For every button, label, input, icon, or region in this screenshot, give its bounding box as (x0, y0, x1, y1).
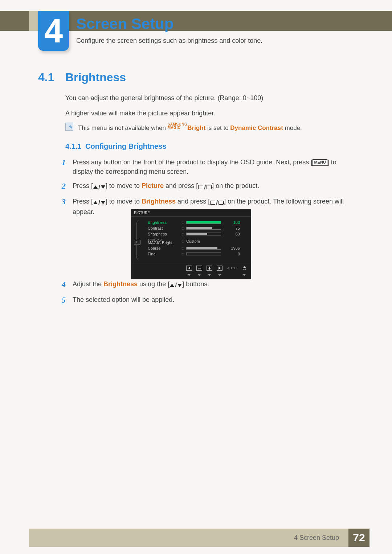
source-enter-icon: / (210, 198, 224, 207)
step-text: Press [ (73, 198, 93, 205)
down-arrow-icon (196, 271, 202, 278)
chapter-subtitle: Configure the screen settings such as br… (76, 37, 262, 45)
osd-value: 1936 (223, 246, 240, 250)
step-number: 2 (62, 180, 66, 192)
note-icon: ✎ (65, 123, 73, 131)
osd-colon: : (182, 252, 184, 256)
osd-value: 0 (223, 252, 240, 256)
magic-bot: MAGIC Bright (148, 241, 172, 245)
osd-value: 100 (223, 220, 240, 225)
osd-value: 75 (223, 226, 240, 230)
down-arrow-icon (241, 271, 247, 278)
step-4: 4 Adjust the Brightness using the [/] bu… (62, 279, 352, 290)
osd-value: 60 (223, 232, 240, 236)
osd-label: Coarse (148, 246, 180, 250)
osd-label: SAMSUNGMAGIC Bright (148, 238, 180, 245)
osd-row-coarse: Coarse : 1936 (148, 246, 248, 250)
right-icon (217, 266, 222, 271)
osd-colon: : (182, 226, 184, 230)
osd-footer-buttons: AUTO (131, 264, 251, 271)
osd-colon: : (182, 232, 184, 236)
auto-label: AUTO (227, 266, 237, 271)
paragraph: A higher value will make the picture app… (65, 109, 352, 118)
note-text: This menu is not available when SAMSUNGM… (78, 123, 352, 132)
down-arrow-icon (186, 271, 192, 278)
osd-body: Brightness : 100 Contrast : 75 Sharpness… (131, 217, 251, 264)
osd-label: Sharpness (148, 232, 180, 236)
down-arrow-icon (207, 271, 212, 278)
osd-row-sharpness: Sharpness : 60 (148, 232, 248, 236)
note-mid: is set to (205, 124, 230, 131)
osd-bar (186, 227, 221, 230)
step-text: using the [ (138, 280, 170, 288)
osd-bar (186, 233, 221, 235)
step-text: ] buttons. (182, 280, 209, 288)
minus-icon (196, 266, 202, 271)
osd-colon: : (182, 220, 184, 225)
keyword-brightness: Brightness (142, 198, 176, 205)
samsung-magic-label: SAMSUNGMAGIC (168, 123, 188, 129)
step-text: ] on the product. (212, 182, 259, 189)
note-post: mode. (283, 124, 302, 131)
step-number: 5 (62, 294, 66, 306)
osd-row-brightness: Brightness : 100 (148, 220, 248, 225)
chapter-title: Screen Setup (76, 15, 173, 33)
step-2: 2 Press [/] to move to Picture and press… (62, 181, 352, 192)
step-number: 3 (62, 196, 66, 208)
step-text: The selected option will be applied. (73, 296, 174, 303)
osd-row-fine: Fine : 0 (148, 252, 248, 256)
osd-label: Contrast (148, 226, 180, 230)
step-number: 1 (62, 157, 66, 168)
step-text: ] to move to (106, 182, 142, 189)
down-arrow-icon (217, 271, 222, 278)
step-text: and press [ (164, 182, 198, 189)
step-text: ] to move to (106, 198, 142, 205)
subsection-number: 4.1.1 (65, 142, 81, 151)
step-number: 4 (62, 279, 66, 290)
osd-title: PICTURE (131, 209, 251, 217)
header-accent (29, 11, 38, 31)
page-number-box: 72 (348, 529, 369, 547)
plus-icon (207, 266, 212, 271)
monitor-icon (134, 240, 140, 245)
chapter-number-box: 4 (38, 11, 69, 51)
menu-key-icon: MENU (313, 159, 327, 166)
keyword-brightness: Brightness (103, 280, 138, 288)
step-text: and press [ (176, 198, 210, 205)
footer-band: 4 Screen Setup (29, 529, 348, 547)
step-1: 1 Press any button on the front of the p… (62, 157, 352, 176)
paragraph: You can adjust the general brightness of… (65, 94, 352, 102)
source-enter-icon: / (198, 182, 212, 192)
osd-label: Brightness (148, 220, 180, 225)
dynamic-contrast: Dynamic Contrast (230, 124, 283, 131)
step-text: Press any button on the front of the pro… (73, 159, 313, 166)
keyword-picture: Picture (142, 182, 164, 189)
osd-label: Fine (148, 252, 180, 256)
osd-bar (186, 247, 221, 250)
magic-bright: Bright (187, 124, 205, 131)
osd-colon: : (182, 239, 184, 243)
power-icon (241, 266, 247, 271)
step-5: 5 The selected option will be applied. (62, 295, 352, 304)
osd-row-magicbright: SAMSUNGMAGIC Bright : Custom (148, 238, 248, 245)
up-down-icon: / (93, 198, 106, 207)
left-icon (186, 266, 192, 271)
osd-footer-arrows (131, 271, 251, 279)
steps-list-continued: 4 Adjust the Brightness using the [/] bu… (62, 279, 352, 309)
osd-value: Custom (186, 239, 238, 243)
section-title: Brightness (65, 71, 126, 84)
note-pre: This menu is not available when (78, 124, 168, 131)
magic-bot: MAGIC (168, 126, 181, 130)
osd-colon: : (182, 246, 184, 250)
section-number: 4.1 (38, 71, 54, 84)
step-text: Adjust the (73, 280, 103, 288)
footer-chapter-label: 4 Screen Setup (294, 534, 339, 542)
osd-screenshot: PICTURE Brightness : 100 Contrast : 75 S… (131, 209, 251, 279)
osd-row-contrast: Contrast : 75 (148, 226, 248, 230)
osd-bar (186, 221, 221, 224)
osd-bar (186, 253, 221, 255)
up-down-icon: / (170, 280, 182, 290)
subsection-title: Configuring Brightness (85, 142, 166, 151)
up-down-icon: / (93, 182, 106, 192)
step-text: Press [ (73, 182, 93, 189)
